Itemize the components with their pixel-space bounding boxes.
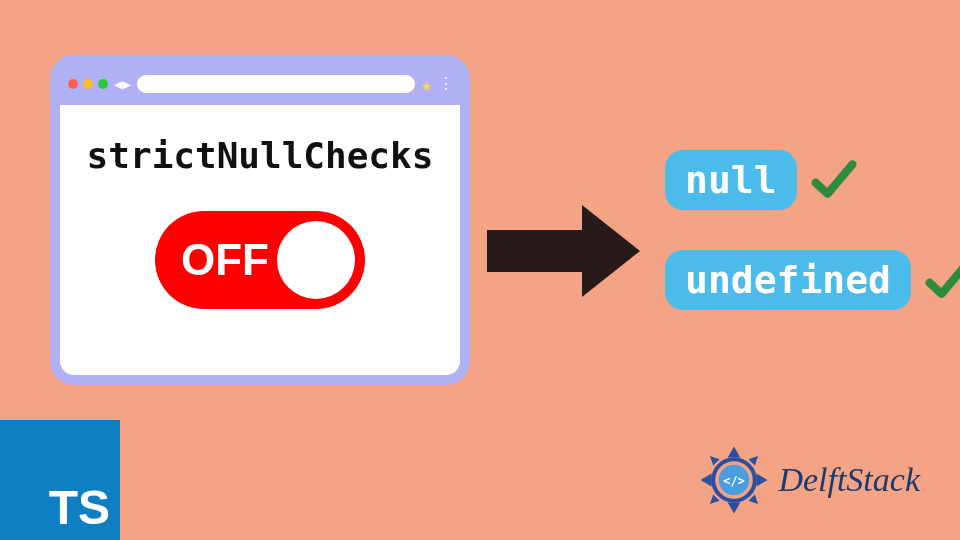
traffic-lights xyxy=(68,79,108,89)
minimize-icon xyxy=(83,79,93,89)
nav-arrows-icon: ◀▶ xyxy=(114,76,131,92)
ts-logo-text: TS xyxy=(49,484,110,532)
undefined-badge: undefined xyxy=(665,250,911,310)
star-icon: ★ xyxy=(421,74,432,95)
browser-body: strictNullChecks OFF xyxy=(60,105,460,339)
checkmark-icon xyxy=(811,157,857,203)
maximize-icon xyxy=(98,79,108,89)
delftstack-logo: </> DelftStack xyxy=(694,440,920,520)
option-name: strictNullChecks xyxy=(75,135,445,176)
delftstack-text: DelftStack xyxy=(778,461,920,499)
checkmark-icon xyxy=(925,257,960,303)
toggle-knob xyxy=(277,221,355,299)
toggle-label: OFF xyxy=(181,235,269,285)
delftstack-emblem-icon: </> xyxy=(694,440,774,520)
null-badge: null xyxy=(665,150,797,210)
svg-text:</>: </> xyxy=(724,474,746,488)
result-null-row: null xyxy=(665,150,857,210)
toggle-switch: OFF xyxy=(155,211,365,309)
browser-window: ◀▶ ★ ⋮ strictNullChecks OFF xyxy=(50,55,470,385)
url-bar xyxy=(137,75,415,93)
browser-chrome: ◀▶ ★ ⋮ xyxy=(58,63,462,105)
arrow-icon xyxy=(487,205,640,297)
menu-dots-icon: ⋮ xyxy=(438,76,452,92)
result-undefined-row: undefined xyxy=(665,250,960,310)
close-icon xyxy=(68,79,78,89)
typescript-logo: TS xyxy=(0,420,120,540)
